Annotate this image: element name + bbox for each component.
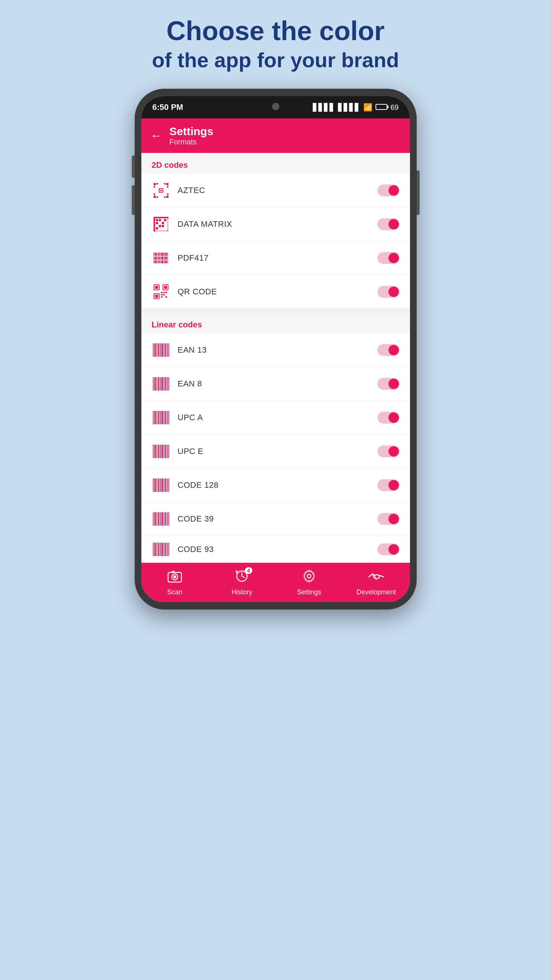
notch-camera: [272, 103, 279, 110]
aztec-icon: [152, 181, 170, 200]
title-line1: Choose the color: [152, 15, 399, 47]
notch: [263, 96, 289, 115]
svg-rect-116: [153, 543, 154, 556]
nav-label-scan: Scan: [167, 589, 182, 596]
svg-rect-54: [161, 296, 162, 298]
svg-rect-26: [162, 225, 164, 227]
svg-rect-113: [165, 512, 166, 526]
svg-rect-33: [160, 253, 161, 264]
phone-frame: 6:50 PM ▋▋▋▋ ▋▋▋▋ 📶 69 ← Set: [135, 89, 417, 609]
svg-rect-103: [165, 479, 166, 492]
nav-item-scan[interactable]: Scan: [141, 563, 208, 602]
svg-rect-87: [154, 445, 156, 458]
handshake-icon: [368, 570, 384, 586]
nav-label-development: Development: [357, 589, 396, 596]
toggle-qrcode[interactable]: [377, 286, 400, 298]
svg-point-131: [307, 574, 311, 578]
svg-rect-71: [161, 377, 163, 390]
format-item-ean13: EAN 13: [141, 333, 410, 367]
toggle-thumb-qrcode: [389, 286, 399, 297]
nav-item-development[interactable]: Development: [343, 563, 410, 602]
svg-rect-13: [167, 193, 168, 195]
svg-rect-97: [154, 479, 156, 492]
svg-rect-7: [166, 196, 168, 198]
ean8-icon: [152, 375, 170, 393]
svg-rect-102: [164, 479, 164, 492]
volume-down-button: [132, 185, 135, 215]
svg-rect-14: [157, 196, 158, 198]
content-area: 2D codes: [141, 153, 410, 563]
svg-rect-85: [168, 411, 169, 424]
toggle-thumb-upca: [389, 412, 399, 423]
toggle-code93[interactable]: [377, 544, 400, 555]
status-bar: 6:50 PM ▋▋▋▋ ▋▋▋▋ 📶 69: [141, 96, 410, 118]
svg-rect-10: [164, 183, 165, 185]
toggle-code128[interactable]: [377, 479, 400, 491]
svg-rect-124: [167, 543, 168, 556]
toggle-ean8[interactable]: [377, 378, 400, 390]
svg-rect-15: [164, 196, 165, 198]
pdf417-icon: [152, 249, 170, 267]
toggle-aztec[interactable]: [377, 185, 400, 196]
svg-rect-24: [162, 222, 164, 224]
svg-rect-95: [168, 445, 169, 458]
svg-rect-27: [156, 227, 158, 229]
toggle-upce[interactable]: [377, 445, 400, 457]
svg-rect-39: [154, 260, 168, 261]
toggle-pdf417[interactable]: [377, 252, 400, 264]
svg-rect-93: [165, 445, 166, 458]
svg-rect-77: [154, 411, 156, 424]
nav-item-settings[interactable]: Settings: [276, 563, 343, 602]
toggle-upca[interactable]: [377, 412, 400, 423]
back-button[interactable]: ←: [150, 129, 162, 143]
svg-rect-81: [161, 411, 163, 424]
svg-rect-8: [157, 183, 158, 185]
svg-rect-125: [168, 543, 169, 556]
svg-rect-49: [161, 292, 162, 293]
wifi-icon: 📶: [363, 103, 373, 112]
svg-rect-82: [164, 411, 164, 424]
status-icons: ▋▋▋▋ ▋▋▋▋ 📶 69: [313, 103, 399, 112]
camera-icon: [167, 570, 182, 586]
datamatrix-icon: [152, 215, 170, 234]
svg-rect-12: [154, 193, 155, 195]
svg-rect-3: [160, 190, 162, 191]
svg-rect-96: [153, 479, 154, 492]
svg-rect-61: [161, 344, 163, 357]
power-button: [417, 170, 420, 215]
svg-rect-121: [161, 543, 163, 556]
svg-rect-70: [160, 377, 161, 390]
header-text: Settings Formats: [170, 125, 213, 146]
svg-rect-74: [167, 377, 168, 390]
svg-rect-80: [160, 411, 161, 424]
svg-rect-28: [164, 219, 166, 221]
svg-rect-89: [158, 445, 159, 458]
upca-icon: [152, 408, 170, 427]
history-badge: 4: [245, 567, 252, 574]
svg-rect-18: [154, 217, 155, 232]
svg-rect-91: [161, 445, 163, 458]
format-item-upce: UPC E: [141, 435, 410, 468]
toggle-ean13[interactable]: [377, 344, 400, 356]
svg-rect-104: [167, 479, 168, 492]
nav-item-history[interactable]: 4 History: [208, 563, 276, 602]
svg-rect-37: [167, 253, 168, 264]
battery-level: 69: [390, 103, 399, 112]
header-subtitle: Formats: [170, 138, 213, 146]
toggle-code39[interactable]: [377, 513, 400, 525]
format-name-qrcode: QR CODE: [178, 287, 377, 297]
toggle-thumb-ean8: [389, 379, 399, 389]
toggle-thumb-ean13: [389, 345, 399, 355]
svg-rect-65: [168, 344, 169, 357]
toggle-datamatrix[interactable]: [377, 218, 400, 230]
format-name-upca: UPC A: [178, 413, 377, 422]
phone-screen: 6:50 PM ▋▋▋▋ ▋▋▋▋ 📶 69 ← Set: [141, 96, 410, 602]
svg-rect-63: [165, 344, 166, 357]
svg-rect-108: [157, 512, 157, 526]
svg-rect-50: [163, 292, 165, 293]
format-item-datamatrix: DATA MATRIX: [141, 207, 410, 241]
svg-rect-119: [158, 543, 159, 556]
svg-rect-120: [160, 543, 161, 556]
title-line2: of the app for your brand: [152, 47, 399, 74]
svg-rect-34: [161, 253, 163, 264]
